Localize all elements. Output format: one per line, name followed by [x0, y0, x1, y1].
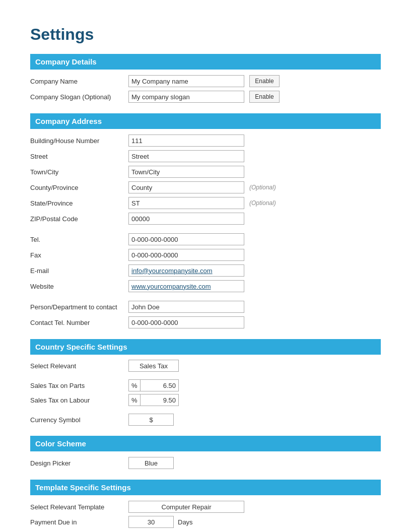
- building-label: Building/House Number: [30, 137, 128, 145]
- payment-due-label: Payment Due in: [30, 518, 128, 526]
- company-address-header: Company Address: [30, 113, 381, 129]
- select-relevant-row: Select Relevant Sales Tax: [30, 360, 381, 372]
- tel-row: Tel.: [30, 233, 381, 246]
- template-select-label: Select Relevant Template: [30, 503, 128, 511]
- company-slogan-label: Company Slogan (Optional): [30, 93, 128, 101]
- company-name-enable-button[interactable]: Enable: [249, 75, 280, 87]
- tax-labour-value: 9.50: [141, 396, 178, 404]
- country-settings-header: Country Specific Settings: [30, 339, 381, 355]
- website-value[interactable]: www.yourcompanysite.com: [128, 280, 244, 292]
- currency-label: Currency Symbol: [30, 416, 128, 424]
- county-row: County/Province (Optional): [30, 181, 381, 194]
- company-name-row: Company Name Enable: [30, 75, 381, 88]
- county-input[interactable]: [128, 181, 244, 193]
- building-row: Building/House Number: [30, 134, 381, 147]
- color-scheme-header: Color Scheme: [30, 436, 381, 451]
- person-input[interactable]: [128, 301, 244, 313]
- company-slogan-row: Company Slogan (Optional) Enable: [30, 90, 381, 103]
- payment-due-input[interactable]: [128, 516, 174, 528]
- payment-days-label: Days: [178, 518, 193, 526]
- tax-labour-input[interactable]: % 9.50: [128, 394, 179, 406]
- email-row: E-mail info@yourcompanysite.com: [30, 264, 381, 277]
- template-settings-header: Template Specific Settings: [30, 480, 381, 495]
- state-input[interactable]: [128, 197, 244, 209]
- email-value[interactable]: info@yourcompanysite.com: [128, 264, 244, 277]
- building-input[interactable]: [128, 135, 244, 147]
- state-label: State/Province: [30, 200, 128, 207]
- fax-label: Fax: [30, 251, 128, 259]
- town-label: Town/City: [30, 168, 128, 176]
- template-select-input[interactable]: [128, 501, 244, 513]
- select-relevant-label: Select Relevant: [30, 362, 128, 370]
- website-row: Website www.yourcompanysite.com: [30, 280, 381, 293]
- email-label: E-mail: [30, 267, 128, 275]
- town-row: Town/City: [30, 165, 381, 178]
- zip-row: ZIP/Postal Code: [30, 212, 381, 225]
- payment-due-row: Payment Due in Days: [30, 516, 381, 528]
- template-select-row: Select Relevant Template: [30, 500, 381, 513]
- company-name-label: Company Name: [30, 78, 128, 85]
- zip-label: ZIP/Postal Code: [30, 215, 128, 223]
- company-slogan-input[interactable]: [128, 91, 244, 103]
- select-relevant-value[interactable]: Sales Tax: [128, 360, 179, 372]
- fax-row: Fax: [30, 248, 381, 261]
- tax-parts-row: Sales Tax on Parts % 6.50: [30, 379, 381, 391]
- company-name-input[interactable]: [128, 75, 244, 87]
- currency-row: Currency Symbol: [30, 414, 381, 426]
- contact-tel-input[interactable]: [128, 316, 244, 328]
- design-picker-label: Design Picker: [30, 459, 128, 467]
- design-picker-row: Design Picker: [30, 456, 381, 470]
- tax-labour-label: Sales Tax on Labour: [30, 396, 128, 404]
- tax-parts-input[interactable]: % 6.50: [128, 379, 179, 391]
- state-row: State/Province (Optional): [30, 196, 381, 210]
- tax-labour-row: Sales Tax on Labour % 9.50: [30, 394, 381, 406]
- website-label: Website: [30, 283, 128, 290]
- currency-input[interactable]: [128, 414, 174, 426]
- tel-input[interactable]: [128, 233, 244, 245]
- tax-parts-value: 6.50: [141, 382, 178, 389]
- street-label: Street: [30, 153, 128, 160]
- zip-input[interactable]: [128, 213, 244, 225]
- contact-tel-label: Contact Tel. Number: [30, 319, 128, 326]
- county-optional: (Optional): [249, 184, 276, 191]
- county-label: County/Province: [30, 184, 128, 191]
- color-scheme-section: Color Scheme Design Picker: [30, 436, 381, 470]
- company-details-section: Company Details Company Name Enable Comp…: [30, 54, 381, 103]
- company-details-header: Company Details: [30, 54, 381, 70]
- tax-parts-symbol: %: [129, 380, 141, 391]
- company-slogan-enable-button[interactable]: Enable: [249, 91, 280, 103]
- town-input[interactable]: [128, 166, 244, 178]
- person-row: Person/Department to contact: [30, 300, 381, 313]
- country-settings-section: Country Specific Settings Select Relevan…: [30, 339, 381, 426]
- tax-labour-symbol: %: [129, 394, 141, 406]
- design-picker-input[interactable]: [128, 457, 174, 469]
- contact-tel-row: Contact Tel. Number: [30, 316, 381, 329]
- fax-input[interactable]: [128, 249, 244, 261]
- tel-label: Tel.: [30, 236, 128, 243]
- street-row: Street: [30, 150, 381, 163]
- person-label: Person/Department to contact: [30, 303, 128, 311]
- state-optional: (Optional): [249, 200, 276, 207]
- page-title: Settings: [30, 25, 381, 44]
- company-address-section: Company Address Building/House Number St…: [30, 113, 381, 329]
- tax-parts-label: Sales Tax on Parts: [30, 382, 128, 389]
- street-input[interactable]: [128, 150, 244, 162]
- template-settings-section: Template Specific Settings Select Releva…: [30, 480, 381, 528]
